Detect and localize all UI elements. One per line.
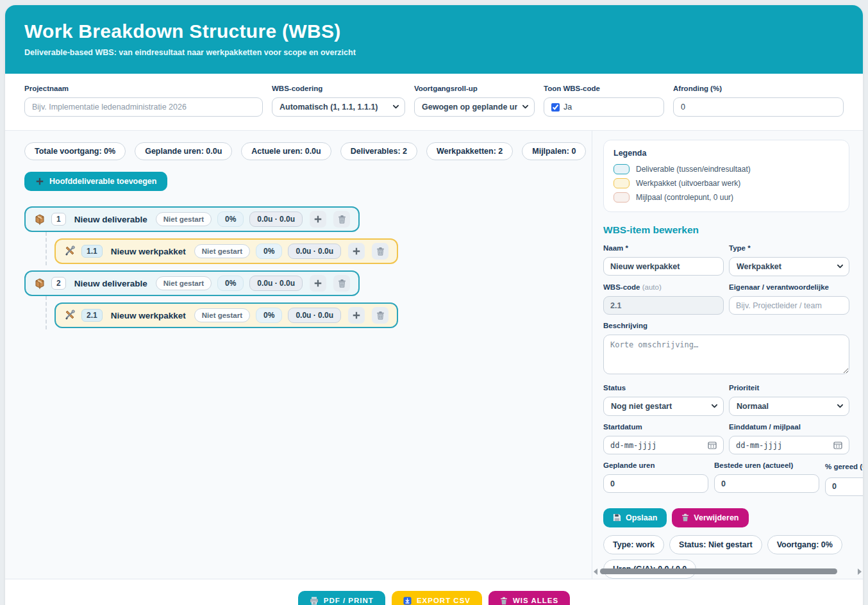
- delete-item-button[interactable]: [333, 211, 350, 228]
- plus-icon: [35, 177, 44, 186]
- description-textarea[interactable]: [603, 335, 849, 374]
- rounding-input[interactable]: [673, 97, 844, 117]
- show-code-value: Ja: [563, 103, 572, 112]
- wbs-coding-label: WBS-codering: [272, 85, 405, 92]
- rounding-label: Afronding (%): [673, 85, 844, 92]
- calendar-icon[interactable]: [708, 441, 717, 449]
- add-child-button[interactable]: [348, 243, 365, 260]
- rollup-select[interactable]: Gewogen op geplande uren: [414, 97, 535, 117]
- actual-hours-label: Bestede uren (actueel): [714, 461, 819, 469]
- progress-badge: 0%: [256, 244, 282, 259]
- actual-hours-field: Bestede uren (actueel): [714, 461, 819, 496]
- scroll-right-icon[interactable]: [858, 568, 862, 575]
- priority-field: Prioriteit Normaal: [729, 384, 849, 416]
- add-child-button[interactable]: [310, 211, 326, 228]
- wbs-code-badge: 2: [51, 277, 66, 290]
- delete-button[interactable]: Verwijderen: [672, 508, 748, 527]
- page-title: Work Breakdown Structure (WBS): [24, 21, 844, 42]
- planned-hours-field: Geplande uren: [603, 461, 708, 496]
- editor-title: WBS-item bewerken: [603, 224, 863, 236]
- enddate-label: Einddatum / mijlpaal: [729, 423, 849, 431]
- download-icon: [403, 597, 412, 605]
- page-header: Work Breakdown Structure (WBS) Deliverab…: [5, 5, 863, 74]
- status-badge: Status: Niet gestart: [669, 535, 762, 554]
- status-label: Status: [603, 384, 724, 392]
- wbs-tree: 1 Nieuw deliverable Niet gestart 0% 0.0u…: [24, 206, 592, 328]
- stat-planned-hours: Geplande uren: 0.0u: [135, 142, 232, 160]
- stat-deliverables: Deliverables: 2: [340, 142, 417, 160]
- enddate-input[interactable]: dd-mm-jjjj: [729, 436, 849, 454]
- main-area: Totale voortgang: 0% Geplande uren: 0.0u…: [5, 131, 863, 579]
- export-csv-button[interactable]: EXPORT CSV: [392, 591, 482, 605]
- priority-label: Prioriteit: [729, 384, 849, 392]
- stat-actual-hours: Actuele uren: 0.0u: [241, 142, 331, 160]
- save-icon: [613, 513, 621, 522]
- progress-badge: Voortgang: 0%: [767, 535, 842, 554]
- mijlpaal-swatch-icon: [613, 192, 630, 203]
- owner-field: Eigenaar / verantwoordelijke: [729, 283, 849, 315]
- startdate-label: Startdatum: [603, 423, 724, 431]
- add-deliverable-label: Hoofddeliverable toevoegen: [49, 177, 156, 186]
- pct-done-field: % gereed (0-100): [825, 461, 863, 496]
- wbs-item-name: Nieuw deliverable: [74, 215, 147, 224]
- hours-badge: 0.0u · 0.0u: [249, 276, 303, 291]
- tree-row-werkpakket-1-1[interactable]: 1.1 Nieuw werkpakket Niet gestart 0% 0.0…: [54, 238, 398, 264]
- naam-input[interactable]: [603, 257, 724, 276]
- trash-icon: [681, 513, 689, 522]
- add-child-button[interactable]: [348, 307, 365, 324]
- stats-row: Totale voortgang: 0% Geplande uren: 0.0u…: [24, 142, 592, 160]
- wbs-code-field: WBS-code (auto): [603, 283, 724, 315]
- delete-item-button[interactable]: [372, 243, 388, 260]
- clear-all-button[interactable]: WIS ALLES: [488, 591, 570, 605]
- tree-row-deliverable-2[interactable]: 2 Nieuw deliverable Niet gestart 0% 0.0u…: [24, 270, 360, 296]
- stat-werkpakketten: Werkpakketten: 2: [426, 142, 513, 160]
- tree-child-group: 2.1 Nieuw werkpakket Niet gestart 0% 0.0…: [54, 302, 592, 328]
- project-name-field: Projectnaam: [24, 85, 263, 117]
- wbs-code-badge: 1.1: [81, 245, 103, 258]
- tools-icon: [64, 310, 76, 321]
- pct-done-input[interactable]: [825, 477, 863, 496]
- status-select[interactable]: Nog niet gestart: [603, 397, 724, 416]
- add-deliverable-button[interactable]: Hoofddeliverable toevoegen: [24, 172, 167, 191]
- delete-item-button[interactable]: [372, 307, 388, 324]
- app-card: Work Breakdown Structure (WBS) Deliverab…: [5, 5, 863, 605]
- type-select[interactable]: Werkpakket: [729, 257, 849, 276]
- wbs-coding-select[interactable]: Automatisch (1, 1.1, 1.1.1): [272, 97, 405, 117]
- wbs-coding-field: WBS-codering Automatisch (1, 1.1, 1.1.1): [272, 85, 405, 117]
- scroll-left-icon[interactable]: [594, 568, 597, 575]
- owner-label: Eigenaar / verantwoordelijke: [729, 283, 849, 291]
- tree-row-deliverable-1[interactable]: 1 Nieuw deliverable Niet gestart 0% 0.0u…: [24, 206, 360, 232]
- delete-item-button[interactable]: [333, 275, 350, 292]
- save-button[interactable]: Opslaan: [603, 508, 667, 527]
- status-badge: Niet gestart: [194, 308, 250, 322]
- owner-input[interactable]: [729, 296, 849, 315]
- add-child-button[interactable]: [310, 275, 326, 292]
- printer-icon: [310, 597, 319, 605]
- project-name-input[interactable]: [24, 97, 263, 117]
- tree-area: Totale voortgang: 0% Geplande uren: 0.0u…: [5, 131, 592, 579]
- description-label: Beschrijving: [603, 322, 863, 329]
- deliverable-swatch-icon: [613, 164, 630, 174]
- footer-actions: PDF / PRINT EXPORT CSV WIS ALLES: [5, 579, 863, 605]
- editor-panel: Legenda Deliverable (tussen/eindresultaa…: [592, 131, 863, 579]
- legend-item-werkpakket: Werkpakket (uitvoerbaar werk): [613, 178, 839, 188]
- planned-hours-input[interactable]: [603, 474, 708, 493]
- pdf-print-button[interactable]: PDF / PRINT: [298, 591, 385, 605]
- scrollbar-thumb[interactable]: [600, 568, 837, 574]
- horizontal-scrollbar[interactable]: [594, 567, 862, 576]
- calendar-icon[interactable]: [833, 441, 842, 449]
- wbs-code-badge: 1: [51, 213, 66, 226]
- actual-hours-input[interactable]: [714, 474, 819, 493]
- legend-box: Legenda Deliverable (tussen/eindresultaa…: [603, 140, 849, 212]
- package-icon: [34, 213, 46, 225]
- show-code-checkbox[interactable]: [551, 103, 560, 112]
- pct-done-label: % gereed (0-100): [825, 461, 863, 472]
- naam-label: Naam *: [603, 244, 724, 252]
- startdate-input[interactable]: dd-mm-jjjj: [603, 436, 724, 454]
- tree-row-werkpakket-2-1-selected[interactable]: 2.1 Nieuw werkpakket Niet gestart 0% 0.0…: [54, 302, 398, 328]
- werkpakket-swatch-icon: [613, 178, 630, 188]
- status-field: Status Nog niet gestart: [603, 384, 724, 416]
- type-badge: Type: work: [603, 535, 664, 554]
- priority-select[interactable]: Normaal: [729, 397, 849, 416]
- package-icon: [34, 278, 46, 289]
